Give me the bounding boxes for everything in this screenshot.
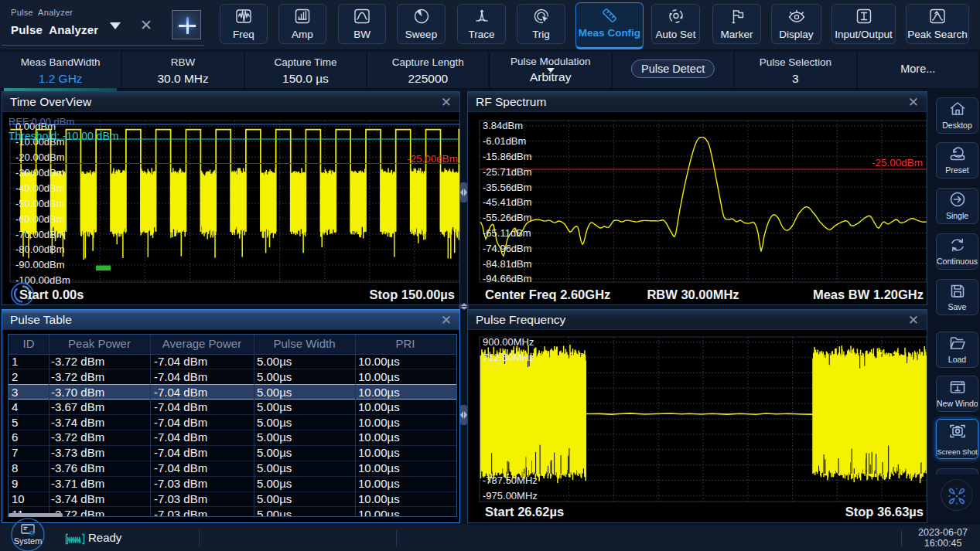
svg-text:-45.41dBm: -45.41dBm <box>483 196 532 208</box>
svg-text:-30.00dBm: -30.00dBm <box>15 167 65 179</box>
svg-text:Center Freq 2.60GHz: Center Freq 2.60GHz <box>485 287 610 301</box>
svg-text:-35.56dBm: -35.56dBm <box>483 182 532 193</box>
svg-text:RBW 30.00MHz: RBW 30.00MHz <box>647 287 739 301</box>
svg-text:-25.00dBm: -25.00dBm <box>872 157 923 168</box>
svg-text:REF:0.00 dBm: REF:0.00 dBm <box>9 116 74 128</box>
svg-text:-90.00dBm: -90.00dBm <box>15 259 65 270</box>
svg-text:-84.81dBm: -84.81dBm <box>483 258 532 270</box>
svg-text:-50.00dBm: -50.00dBm <box>15 198 65 209</box>
svg-text:3.84dBm: 3.84dBm <box>483 120 523 131</box>
svg-text:-74.96dBm: -74.96dBm <box>483 243 532 254</box>
svg-text:-100.00dBm: -100.00dBm <box>15 274 70 286</box>
svg-text:Start 0.00s: Start 0.00s <box>19 287 84 301</box>
svg-text:-94.66dBm: -94.66dBm <box>483 273 532 284</box>
svg-text:-6.01dBm: -6.01dBm <box>483 135 526 147</box>
svg-text:Start 26.62µs: Start 26.62µs <box>485 505 564 519</box>
svg-text:-25.00dBm: -25.00dBm <box>407 153 458 165</box>
svg-text:-787.50MHz: -787.50MHz <box>483 474 538 486</box>
svg-text:Meas BW 1.20GHz: Meas BW 1.20GHz <box>813 287 924 301</box>
svg-text:-40.00dBm: -40.00dBm <box>15 182 65 194</box>
svg-text:Stop 36.63µs: Stop 36.63µs <box>845 505 924 519</box>
svg-text:-60.00dBm: -60.00dBm <box>15 213 65 225</box>
svg-text:Stop 150.00µs: Stop 150.00µs <box>370 287 455 301</box>
svg-text:-65.11dBm: -65.11dBm <box>483 227 531 239</box>
svg-text:712.50MHz: 712.50MHz <box>483 352 534 363</box>
svg-text:-70.00dBm: -70.00dBm <box>15 229 65 240</box>
svg-text:-25.71dBm: -25.71dBm <box>483 166 532 178</box>
svg-text:-20.00dBm: -20.00dBm <box>15 151 65 163</box>
svg-text:Threshold: -10.00 dBm: Threshold: -10.00 dBm <box>9 130 118 142</box>
svg-text:-55.26dBm: -55.26dBm <box>483 212 532 223</box>
svg-text:-975.00MHz: -975.00MHz <box>483 490 538 502</box>
svg-text:-15.86dBm: -15.86dBm <box>483 151 532 162</box>
svg-text:-80.00dBm: -80.00dBm <box>15 243 65 255</box>
svg-text:900.00MHz: 900.00MHz <box>483 336 534 348</box>
